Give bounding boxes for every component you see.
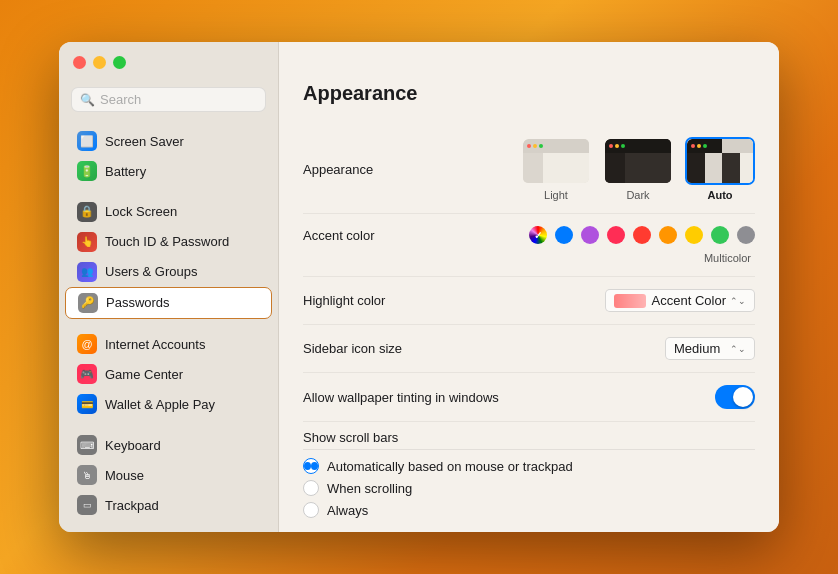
scroll-always-label: Always <box>327 503 368 518</box>
highlight-color-dropdown[interactable]: Accent Color ⌃⌄ <box>605 289 755 312</box>
passwords-icon: 🔑 <box>78 293 98 313</box>
trackpad-label: Trackpad <box>105 498 159 513</box>
maximize-button[interactable] <box>113 56 126 69</box>
dark-dot-2 <box>615 144 619 148</box>
light-thumb-bar <box>523 139 591 153</box>
scroll-always-radio <box>303 502 319 518</box>
click-scroll-bar-section: Click in the scroll bar to Jump to the n… <box>303 530 755 532</box>
scroll-always-option[interactable]: Always <box>303 502 755 518</box>
sidebar-item-passwords[interactable]: 🔑 Passwords <box>65 287 272 319</box>
sidebar-icon-size-arrows: ⌃⌄ <box>730 344 746 354</box>
accent-colors-container <box>529 226 755 244</box>
click-scroll-bar-header: Click in the scroll bar to <box>303 530 755 532</box>
main-content: Appearance Appearance <box>279 42 779 532</box>
accent-color-purple[interactable] <box>581 226 599 244</box>
accent-color-pink[interactable] <box>607 226 625 244</box>
appearance-row: Appearance <box>303 125 755 214</box>
appearance-option-dark[interactable]: Dark <box>603 137 673 201</box>
appearance-option-auto[interactable]: Auto <box>685 137 755 201</box>
sidebar-section-accounts: @ Internet Accounts 🎮 Game Center 💳 Wall… <box>59 327 278 421</box>
light-dot-1 <box>527 144 531 148</box>
screen-saver-label: Screen Saver <box>105 134 184 149</box>
accent-color-label: Accent color <box>303 228 375 243</box>
sidebar-section-security: 🔒 Lock Screen 👆 Touch ID & Password 👥 Us… <box>59 195 278 321</box>
internet-accounts-label: Internet Accounts <box>105 337 205 352</box>
wallpaper-tinting-toggle[interactable] <box>715 385 755 409</box>
sidebar-section-input: ⌨ Keyboard 🖱 Mouse ▭ Trackpad <box>59 428 278 522</box>
battery-icon: 🔋 <box>77 161 97 181</box>
touch-id-icon: 👆 <box>77 232 97 252</box>
sidebar-item-screen-saver[interactable]: ⬜ Screen Saver <box>65 126 272 156</box>
touch-id-label: Touch ID & Password <box>105 234 229 249</box>
appearance-option-dark-label: Dark <box>626 189 649 201</box>
auto-thumb-sidebar <box>687 153 722 185</box>
accent-color-blue[interactable] <box>555 226 573 244</box>
sidebar-item-keyboard[interactable]: ⌨ Keyboard <box>65 430 272 460</box>
close-button[interactable] <box>73 56 86 69</box>
highlight-color-row: Highlight color Accent Color ⌃⌄ <box>303 277 755 325</box>
accent-color-graphite[interactable] <box>737 226 755 244</box>
accent-color-header: Accent color <box>303 226 755 244</box>
sidebar-item-touch-id[interactable]: 👆 Touch ID & Password <box>65 227 272 257</box>
highlight-color-label: Highlight color <box>303 293 385 308</box>
auto-thumb-content <box>722 153 755 185</box>
light-thumb-img <box>523 139 591 185</box>
appearance-options: Light <box>521 137 755 201</box>
traffic-lights <box>73 56 126 69</box>
search-box[interactable]: 🔍 Search <box>71 87 266 112</box>
accent-color-yellow[interactable] <box>685 226 703 244</box>
sidebar-item-users-groups[interactable]: 👥 Users & Groups <box>65 257 272 287</box>
sidebar-item-internet-accounts[interactable]: @ Internet Accounts <box>65 329 272 359</box>
sidebar: 🔍 Search ⬜ Screen Saver 🔋 Battery 🔒 <box>59 42 279 532</box>
accent-color-red[interactable] <box>633 226 651 244</box>
appearance-option-light[interactable]: Light <box>521 137 591 201</box>
accent-color-row: Accent color Multicolor <box>303 214 755 277</box>
scroll-auto-radio <box>303 458 319 474</box>
light-dot-2 <box>533 144 537 148</box>
sidebar-icon-size-value: Medium <box>674 341 720 356</box>
appearance-option-auto-label: Auto <box>707 189 732 201</box>
accent-color-sublabel-row: Multicolor <box>303 250 755 264</box>
screen-saver-icon: ⬜ <box>77 131 97 151</box>
sidebar-item-game-center[interactable]: 🎮 Game Center <box>65 359 272 389</box>
sidebar-item-battery[interactable]: 🔋 Battery <box>65 156 272 186</box>
battery-label: Battery <box>105 164 146 179</box>
dark-dot-1 <box>609 144 613 148</box>
dark-thumb-bar <box>605 139 673 153</box>
dark-thumb-sidebar <box>605 153 625 185</box>
sidebar-item-wallet[interactable]: 💳 Wallet & Apple Pay <box>65 389 272 419</box>
trackpad-icon: ▭ <box>77 495 97 515</box>
search-placeholder: Search <box>100 92 141 107</box>
scroll-bars-radio-group: Automatically based on mouse or trackpad… <box>303 450 755 526</box>
scroll-scrolling-option[interactable]: When scrolling <box>303 480 755 496</box>
auto-thumb-bar <box>687 139 755 153</box>
passwords-label: Passwords <box>106 295 170 310</box>
minimize-button[interactable] <box>93 56 106 69</box>
sidebar-icon-size-control: Medium ⌃⌄ <box>665 337 755 360</box>
sidebar-section-display: ⬜ Screen Saver 🔋 Battery <box>59 124 278 188</box>
accent-color-multicolor[interactable] <box>529 226 547 244</box>
sidebar-icon-size-dropdown[interactable]: Medium ⌃⌄ <box>665 337 755 360</box>
highlight-color-value: Accent Color <box>652 293 726 308</box>
search-icon: 🔍 <box>80 93 95 107</box>
auto-dot-2 <box>697 144 701 148</box>
appearance-option-light-label: Light <box>544 189 568 201</box>
highlight-dropdown-arrows: ⌃⌄ <box>730 296 746 306</box>
scroll-scrolling-radio <box>303 480 319 496</box>
search-container: 🔍 Search <box>59 87 278 124</box>
accent-color-orange[interactable] <box>659 226 677 244</box>
keyboard-label: Keyboard <box>105 438 161 453</box>
scroll-auto-option[interactable]: Automatically based on mouse or trackpad <box>303 458 755 474</box>
game-center-icon: 🎮 <box>77 364 97 384</box>
accent-color-green[interactable] <box>711 226 729 244</box>
auto-dot-3 <box>703 144 707 148</box>
sidebar-icon-size-row: Sidebar icon size Medium ⌃⌄ <box>303 325 755 373</box>
sidebar-item-mouse[interactable]: 🖱 Mouse <box>65 460 272 490</box>
highlight-color-preview <box>614 294 646 308</box>
appearance-thumbnail-auto <box>685 137 755 185</box>
sidebar-item-lock-screen[interactable]: 🔒 Lock Screen <box>65 197 272 227</box>
lock-screen-icon: 🔒 <box>77 202 97 222</box>
sidebar-item-trackpad[interactable]: ▭ Trackpad <box>65 490 272 520</box>
show-scroll-bars-header: Show scroll bars <box>303 422 755 450</box>
accent-color-sublabel: Multicolor <box>704 252 751 264</box>
